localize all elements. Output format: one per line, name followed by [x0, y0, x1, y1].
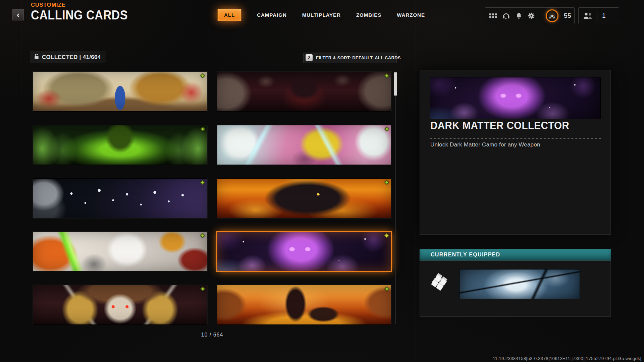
collected-label: COLLECTED | 41/664: [42, 54, 101, 61]
scrollbar-track[interactable]: [395, 72, 396, 324]
hotkey-badge: 2: [306, 54, 313, 61]
tab-warzone[interactable]: WARZONE: [397, 12, 425, 18]
equipped-body: [420, 260, 611, 317]
party-divider: [597, 11, 597, 21]
system-tray: 55: [485, 7, 575, 24]
gear-icon[interactable]: [528, 12, 535, 19]
rank-value: 55: [564, 12, 571, 19]
cards-grid: [33, 72, 391, 325]
unlocked-padlock-icon: [34, 54, 39, 61]
card-title: DARK MATTER COLLECTOR: [430, 119, 569, 132]
tab-zombies[interactable]: ZOMBIES: [356, 12, 381, 18]
headset-icon[interactable]: [502, 12, 510, 19]
card-detail-panel: DARK MATTER COLLECTOR Unlock Dark Matter…: [420, 70, 611, 235]
calling-card-reaper[interactable]: [33, 285, 207, 325]
card-description: Unlock Dark Matter Camo for any Weapon: [430, 141, 540, 148]
calling-card-robots[interactable]: [217, 125, 391, 165]
title-separator: [430, 138, 601, 139]
collected-diamond-icon: [200, 73, 205, 78]
tab-multiplayer[interactable]: MULTIPLAYER: [302, 12, 341, 18]
social-players-icon: [583, 12, 592, 19]
page-header: CUSTOMIZE CALLING CARDS: [31, 2, 139, 21]
breadcrumb-customize: CUSTOMIZE: [31, 2, 139, 8]
collected-diamond-icon: [200, 287, 205, 291]
collected-counter: COLLECTED | 41/664: [30, 51, 106, 63]
calling-card-diamonds[interactable]: [33, 178, 207, 218]
filter-sort-button[interactable]: 2 FILTER & SORT: DEFAULT, ALL CARDS: [304, 53, 396, 63]
party-widget[interactable]: 1: [578, 7, 619, 24]
calling-card-beasts[interactable]: [33, 72, 207, 112]
collected-diamond-icon: [384, 233, 389, 238]
collected-diamond-icon: [384, 287, 389, 291]
back-button[interactable]: [12, 9, 24, 20]
equipped-emblem-icon[interactable]: [424, 268, 455, 299]
apps-grid-icon[interactable]: [489, 13, 497, 18]
collected-diamond-icon: [384, 127, 389, 131]
collected-diamond-icon: [200, 180, 205, 185]
calling-cards-screen: CUSTOMIZE CALLING CARDS ALL CAMPAIGN MUL…: [0, 0, 644, 362]
tab-campaign[interactable]: CAMPAIGN: [257, 12, 287, 18]
build-version-text: 11.19.23384158[53-0.3378]10613+11:[7300]…: [493, 356, 641, 361]
category-tabs: ALL CAMPAIGN MULTIPLAYER ZOMBIES WARZONE: [217, 8, 425, 21]
scrollbar-thumb[interactable]: [394, 72, 397, 96]
page-title: CALLING CARDS: [31, 9, 128, 21]
equipped-header: CURRENTLY EQUIPPED: [420, 249, 611, 260]
calling-card-horseman[interactable]: [217, 72, 391, 112]
calling-card-gunslinger[interactable]: [217, 285, 391, 325]
party-count: 1: [602, 12, 606, 19]
collected-diamond-icon: [200, 127, 205, 131]
card-preview-image: [430, 77, 601, 119]
collected-diamond-icon: [200, 233, 205, 238]
currently-equipped-panel: CURRENTLY EQUIPPED: [420, 249, 611, 317]
chevron-left-icon: [17, 10, 20, 19]
equipped-calling-card[interactable]: [459, 269, 580, 299]
collected-diamond-icon: [384, 73, 389, 78]
calling-card-necromancer[interactable]: [33, 125, 207, 165]
calling-card-darkmatter[interactable]: [217, 232, 391, 272]
calling-card-mecha[interactable]: [33, 232, 207, 272]
prestige-rank-icon[interactable]: [546, 9, 558, 22]
collected-diamond-icon: [384, 180, 389, 185]
calling-card-hellhound[interactable]: [217, 178, 391, 218]
pagination-counter: 10 / 664: [33, 332, 391, 338]
bell-icon[interactable]: [516, 12, 522, 19]
filter-sort-label: FILTER & SORT: DEFAULT, ALL CARDS: [316, 55, 401, 60]
tab-all[interactable]: ALL: [217, 9, 241, 21]
